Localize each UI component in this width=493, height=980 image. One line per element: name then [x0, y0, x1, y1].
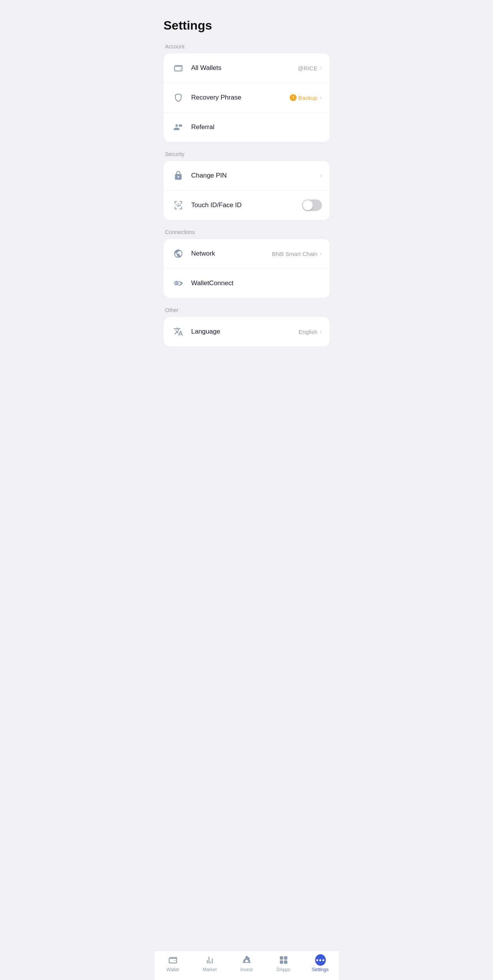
- settings-nav-icon: [315, 955, 326, 965]
- wallet-nav-label: Wallet: [166, 967, 179, 972]
- recovery-phrase-right: ! Backup ›: [290, 94, 322, 101]
- wallet-icon: [171, 61, 185, 75]
- language-item[interactable]: Language English ›: [164, 317, 330, 346]
- dapps-nav-label: DApps: [276, 967, 290, 972]
- other-card: Language English ›: [164, 317, 330, 346]
- recovery-phrase-label: Recovery Phrase: [191, 94, 290, 101]
- referral-item[interactable]: + Referral: [164, 113, 330, 142]
- nav-invest[interactable]: $ Invest: [228, 955, 265, 972]
- other-section-label: Other: [164, 307, 330, 313]
- invest-nav-label: Invest: [240, 967, 252, 972]
- all-wallets-chevron: ›: [320, 65, 322, 71]
- change-pin-label: Change PIN: [191, 172, 320, 179]
- svg-rect-8: [284, 960, 287, 964]
- change-pin-right: ›: [320, 172, 322, 179]
- network-value: BNB Smart Chain: [272, 251, 317, 257]
- settings-nav-label: Settings: [312, 967, 329, 972]
- all-wallets-right: @RICE ›: [298, 65, 322, 71]
- touch-face-id-label: Touch ID/Face ID: [191, 201, 302, 209]
- dot-3: [322, 959, 324, 961]
- warning-icon: !: [290, 94, 297, 101]
- svg-rect-5: [280, 956, 283, 960]
- referral-icon: +: [171, 120, 185, 134]
- settings-page: Settings Account All Wallets @RICE ›: [154, 0, 339, 362]
- all-wallets-label: All Wallets: [191, 64, 298, 72]
- language-label: Language: [191, 328, 299, 336]
- network-label: Network: [191, 250, 272, 257]
- network-icon: [171, 247, 185, 261]
- shield-icon: [171, 91, 185, 105]
- change-pin-chevron: ›: [320, 172, 322, 179]
- language-right: English ›: [299, 328, 322, 335]
- walletconnect-icon: [171, 276, 185, 290]
- market-nav-icon: [204, 955, 215, 965]
- walletconnect-item[interactable]: WalletConnect: [164, 269, 330, 298]
- nav-wallet[interactable]: Wallet: [154, 955, 191, 972]
- settings-dots: [315, 954, 326, 966]
- language-value: English: [299, 329, 317, 335]
- touch-face-id-toggle[interactable]: [302, 199, 322, 211]
- nav-settings[interactable]: Settings: [302, 955, 339, 972]
- dot-1: [316, 959, 318, 961]
- account-section-label: Account: [164, 43, 330, 50]
- invest-nav-icon: $: [241, 955, 252, 965]
- market-nav-label: Market: [203, 967, 217, 972]
- backup-badge: ! Backup: [290, 94, 317, 101]
- change-pin-item[interactable]: Change PIN ›: [164, 161, 330, 191]
- recovery-phrase-item[interactable]: Recovery Phrase ! Backup ›: [164, 83, 330, 113]
- network-chevron: ›: [320, 250, 322, 257]
- connections-card: Network BNB Smart Chain › WalletConnect: [164, 239, 330, 298]
- svg-rect-6: [284, 956, 287, 960]
- account-card: All Wallets @RICE › Recovery Phrase ! Ba…: [164, 53, 330, 142]
- network-right: BNB Smart Chain ›: [272, 250, 322, 257]
- wallet-nav-icon: [168, 955, 178, 965]
- language-icon: [171, 325, 185, 339]
- security-section-label: Security: [164, 151, 330, 157]
- recovery-chevron: ›: [320, 94, 322, 101]
- bottom-nav: Wallet Market $ Invest D: [154, 950, 339, 980]
- lock-icon: [171, 169, 185, 183]
- connections-section-label: Connections: [164, 229, 330, 235]
- all-wallets-item[interactable]: All Wallets @RICE ›: [164, 53, 330, 83]
- security-card: Change PIN › Touch ID/Face ID: [164, 161, 330, 220]
- all-wallets-value: @RICE: [298, 65, 317, 71]
- svg-rect-2: [174, 960, 175, 961]
- backup-label: Backup: [298, 95, 317, 101]
- dapps-nav-icon: [278, 955, 289, 965]
- walletconnect-label: WalletConnect: [191, 279, 322, 287]
- language-chevron: ›: [320, 328, 322, 335]
- nav-dapps[interactable]: DApps: [265, 955, 302, 972]
- svg-rect-7: [280, 960, 283, 964]
- network-item[interactable]: Network BNB Smart Chain ›: [164, 239, 330, 269]
- touch-face-id-item[interactable]: Touch ID/Face ID: [164, 191, 330, 220]
- referral-label: Referral: [191, 123, 322, 131]
- face-id-icon: [171, 198, 185, 212]
- dot-2: [319, 959, 321, 961]
- touch-face-id-right: [302, 199, 322, 211]
- nav-market[interactable]: Market: [191, 955, 228, 972]
- page-title: Settings: [164, 18, 330, 33]
